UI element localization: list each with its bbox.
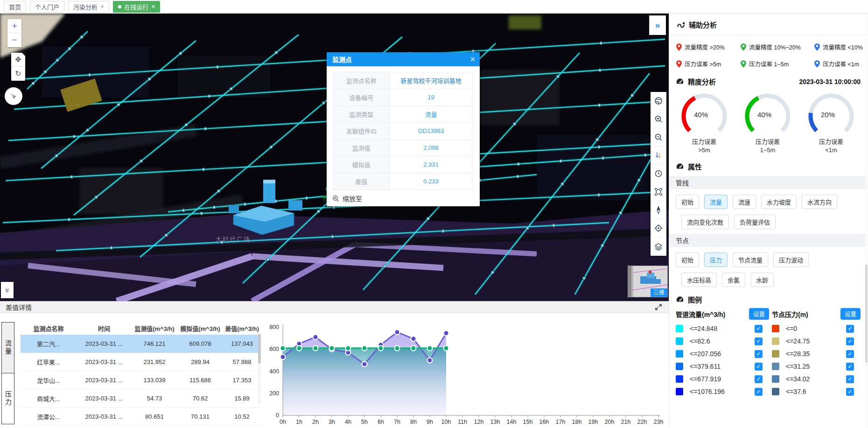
color-swatch [676,375,683,383]
attr-button-压力波动[interactable]: 压力波动 [773,253,809,267]
close-tab-icon[interactable]: × [100,3,104,10]
table-row[interactable]: 红苹果...2023-03-31 ...231.952289.9457.988 [21,353,261,371]
legend-checkbox[interactable]: ✓ [755,337,763,345]
attr-button-水流方向[interactable]: 水流方向 [802,195,837,209]
attr-button-流速[interactable]: 流速 [733,195,756,209]
legend-checkbox[interactable]: ✓ [846,375,854,383]
attr-button-流向变化次数[interactable]: 流向变化次数 [681,215,729,229]
history-button[interactable] [651,165,666,183]
table-cell: 746.121 [132,335,177,353]
legend-checkbox[interactable]: ✓ [846,363,854,371]
svg-text:22h: 22h [637,419,647,425]
map-place-label: 大时代广场 [216,236,251,243]
tab-在线运行[interactable]: 在线运行× [113,1,160,13]
legend-checkbox[interactable]: ✓ [755,350,763,358]
popup-row-value: GD13963 [389,123,473,140]
legend-checkbox[interactable]: ✓ [846,325,854,333]
svg-text:400: 400 [269,368,279,375]
bottom-panel-collapse-button[interactable]: » [1,282,14,298]
legend-checkbox[interactable]: ✓ [846,337,854,345]
metric-tab-压力[interactable]: 压力 [1,373,14,424]
table-row[interactable]: 龙华山...2023-03-31 ...133.039115.68617.353 [21,371,261,389]
svg-text:5h: 5h [361,419,368,425]
marker-legend-item: 压力误差 1~5m [740,59,814,68]
compass-button[interactable] [5,87,22,105]
svg-text:2h: 2h [312,419,319,425]
tab-个人门户[interactable]: 个人门户 [30,1,64,13]
map-zoom-out-button[interactable]: − [7,33,21,47]
popup-row-value[interactable]: 新星驾校干河培训基地 [389,72,473,89]
popup-title: 监测点 [332,55,352,64]
attr-button-节点流量[interactable]: 节点流量 [733,253,768,267]
zoom-out-tool-button[interactable] [651,128,666,147]
legend-checkbox[interactable]: ✓ [846,350,854,358]
table-row[interactable]: 流潭公...2023-03-31 ...80.65170.13110.52 [21,407,261,426]
attr-button-余氯[interactable]: 余氯 [722,273,745,287]
map-pan-button[interactable]: ✥ [11,53,25,67]
legend-checkbox[interactable]: ✓ [846,388,854,396]
popup-row: 设备编号19 [334,89,473,106]
north-arrow-button[interactable] [651,201,666,219]
map-zoom-in-button[interactable]: + [7,19,21,33]
attr-button-水龄[interactable]: 水龄 [750,273,774,287]
fullscreen-icon[interactable] [655,303,662,311]
globe-button[interactable] [651,92,666,110]
attr-button-流量[interactable]: 流量 [704,195,728,209]
attr-button-负荷量评估[interactable]: 负荷量评估 [734,215,776,229]
attr-button-压力[interactable]: 压力 [704,253,728,267]
close-tab-icon[interactable]: × [151,3,155,10]
legend-title: 图例 [688,295,702,304]
attr-button-初始[interactable]: 初始 [676,195,699,209]
tab-污染分析[interactable]: 污染分析× [68,1,109,13]
minimap[interactable]: 三维 [628,266,668,297]
scrollbar-thumb[interactable] [258,334,261,364]
settings-button[interactable]: 设置 [749,308,769,320]
tab-首页[interactable]: 首页 [4,1,26,13]
map-3d-view[interactable]: 大时代广场 + − ✥ ↻ » » [0,14,669,301]
popup-row-value: 2.331 [389,156,473,173]
table-cell: 流潭公... [21,407,77,426]
legend-item: <=207.056✓ [676,350,769,358]
legend-checkbox[interactable]: ✓ [755,388,763,396]
settings-button[interactable]: 设置 [840,308,861,320]
marker-legend: 流量精度 >20%流量精度 10%~20%流量精度 <10%压力误差 >5m压力… [676,42,862,68]
line-chart: 02004006008000h1h2h3h4h5h6h7h8h9h10h11h1… [264,313,668,428]
svg-text:4h: 4h [345,419,351,425]
marker-legend-label: 流量精度 >20% [685,42,725,51]
table-row[interactable]: 第二汽...2023-03-31 ...746.121609.078137.04… [21,335,261,353]
sidebar-header: 辅助分析 [669,14,868,35]
legend-checkbox[interactable]: ✓ [755,363,763,371]
svg-text:16h: 16h [539,419,549,425]
compare-arrows-button[interactable] [651,147,666,165]
metric-tab-流量[interactable]: 流量 [1,322,14,373]
globe-icon [654,97,663,105]
panel-header: 差值详情 [0,302,669,313]
attr-button-水力坡度[interactable]: 水力坡度 [761,195,797,209]
attr-button-水压标高[interactable]: 水压标高 [681,273,717,287]
legend-checkbox[interactable]: ✓ [755,375,763,383]
layers-button[interactable] [651,238,666,256]
table-column-header: 监测点名称 [21,322,77,335]
corner-marker [22,53,25,56]
svg-text:15h: 15h [523,419,533,425]
legend-item-label: <=82.6 [690,337,755,345]
minimap-mode-badge[interactable]: 三维 [651,288,667,297]
legend-item: <=31.25✓ [772,362,861,371]
accuracy-gauge: 20%压力误差<1m [803,91,860,154]
sidebar-collapse-button[interactable]: » [649,15,666,35]
frame-select-button[interactable] [651,183,666,201]
attr-button-初始[interactable]: 初始 [676,253,699,267]
locate-button[interactable] [651,219,666,238]
difference-chart: 02004006008000h1h2h3h4h5h6h7h8h9h10h11h1… [264,313,668,428]
legend-checkbox[interactable]: ✓ [755,325,763,333]
zoom-to-button[interactable]: 缩放至 [327,190,480,206]
scrollbar-thumb[interactable] [865,265,868,363]
svg-text:18h: 18h [572,419,582,425]
legend-column-header: 节点压力(m) [772,309,808,319]
map-rotate-button[interactable]: ↻ [11,67,25,81]
sidebar-scrollbar[interactable] [865,14,868,428]
table-row[interactable]: 商城大...2023-03-31 ...54.7370.6215.89 [21,389,261,407]
table-scrollbar[interactable] [258,334,261,404]
close-icon[interactable]: × [470,55,475,63]
zoom-in-tool-button[interactable] [651,110,666,128]
